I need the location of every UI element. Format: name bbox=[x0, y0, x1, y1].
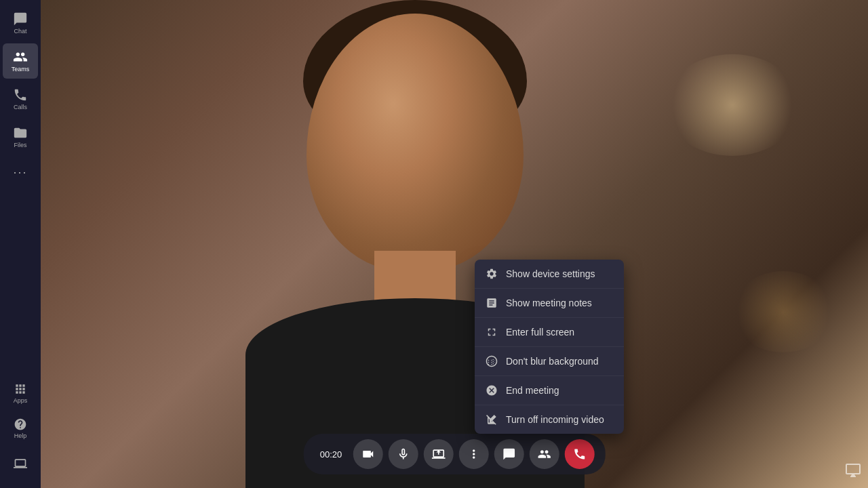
context-menu: Show device settings Show meeting notes … bbox=[475, 260, 624, 434]
participants-icon bbox=[537, 447, 551, 461]
sidebar-item-calls-label: Calls bbox=[14, 104, 27, 110]
end-meeting-icon bbox=[486, 384, 498, 396]
bg-light-2 bbox=[732, 271, 834, 352]
sidebar-item-teams-label: Teams bbox=[12, 66, 30, 73]
mic-icon bbox=[396, 447, 410, 461]
blur-icon bbox=[486, 355, 498, 367]
video-background: Show device settings Show meeting notes … bbox=[41, 0, 868, 488]
sidebar-item-files[interactable]: Files bbox=[3, 119, 38, 155]
main-video-area: Show device settings Show meeting notes … bbox=[41, 0, 868, 488]
sidebar: Chat Teams Calls Files ... Apps Help bbox=[0, 0, 41, 488]
menu-item-turn-off-video-label: Turn off incoming video bbox=[506, 414, 604, 425]
menu-item-turn-off-video[interactable]: Turn off incoming video bbox=[475, 405, 624, 434]
menu-item-end-meeting-label: End meeting bbox=[506, 385, 559, 396]
sidebar-bottom: Apps Help bbox=[3, 377, 38, 488]
calls-icon bbox=[13, 87, 28, 102]
sidebar-item-help[interactable]: Help bbox=[3, 412, 38, 445]
share-icon bbox=[431, 447, 445, 461]
end-call-button[interactable] bbox=[564, 439, 594, 469]
sidebar-more[interactable]: ... bbox=[3, 157, 38, 182]
call-timer: 00:20 bbox=[315, 449, 348, 460]
help-icon bbox=[14, 418, 27, 431]
menu-item-meeting-notes-label: Show meeting notes bbox=[506, 298, 592, 308]
video-off-icon bbox=[486, 413, 498, 426]
chat-icon bbox=[13, 12, 28, 26]
participants-button[interactable] bbox=[529, 439, 559, 469]
menu-item-device-settings-label: Show device settings bbox=[506, 268, 595, 279]
sidebar-item-apps[interactable]: Apps bbox=[3, 377, 38, 409]
fullscreen-icon bbox=[486, 326, 498, 338]
chat-bubble-icon bbox=[502, 447, 515, 461]
apps-icon bbox=[14, 382, 27, 396]
sidebar-item-files-label: Files bbox=[14, 142, 26, 148]
sidebar-item-calls[interactable]: Calls bbox=[3, 81, 38, 117]
menu-item-device-settings[interactable]: Show device settings bbox=[475, 260, 624, 289]
gear-icon bbox=[486, 268, 498, 280]
files-icon bbox=[13, 125, 28, 140]
teams-icon bbox=[13, 49, 28, 64]
corner-screen-icon bbox=[845, 462, 861, 479]
sidebar-item-apps-label: Apps bbox=[14, 397, 28, 404]
menu-item-meeting-notes[interactable]: Show meeting notes bbox=[475, 289, 624, 318]
menu-item-fullscreen[interactable]: Enter full screen bbox=[475, 318, 624, 347]
sidebar-item-chat[interactable]: Chat bbox=[3, 5, 38, 41]
sidebar-item-help-label: Help bbox=[14, 432, 27, 439]
video-icon bbox=[361, 447, 374, 461]
more-options-button[interactable] bbox=[458, 439, 488, 469]
corner-device-icon[interactable] bbox=[845, 462, 861, 481]
menu-item-end-meeting[interactable]: End meeting bbox=[475, 376, 624, 405]
sidebar-item-teams[interactable]: Teams bbox=[3, 43, 38, 79]
bg-light-1 bbox=[665, 54, 800, 156]
controls-bar: 00:20 bbox=[304, 434, 606, 474]
device-icon bbox=[14, 457, 27, 470]
sidebar-item-device[interactable] bbox=[3, 447, 38, 480]
more-icon bbox=[467, 447, 480, 461]
sidebar-item-chat-label: Chat bbox=[14, 28, 26, 35]
share-button[interactable] bbox=[423, 439, 453, 469]
notes-icon bbox=[486, 297, 498, 309]
mic-button[interactable] bbox=[388, 439, 418, 469]
menu-item-blur[interactable]: Don't blur background bbox=[475, 347, 624, 376]
chat-button[interactable] bbox=[494, 439, 524, 469]
video-button[interactable] bbox=[353, 439, 382, 469]
end-call-icon bbox=[572, 447, 586, 461]
menu-item-fullscreen-label: Enter full screen bbox=[506, 327, 574, 338]
menu-item-blur-label: Don't blur background bbox=[506, 356, 599, 367]
